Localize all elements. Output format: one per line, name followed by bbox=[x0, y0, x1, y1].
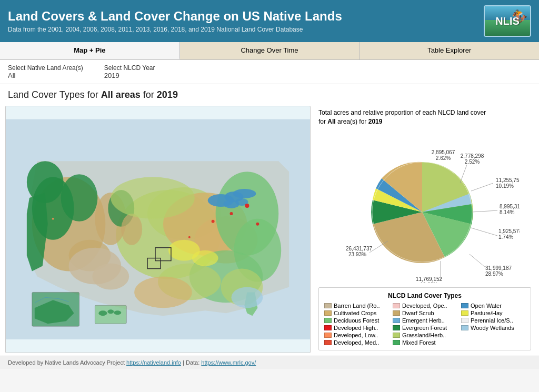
svg-text:1,925,578: 1,925,578 bbox=[498, 228, 520, 234]
app-header: Land Covers & Land Cover Change on US Na… bbox=[0, 0, 539, 42]
tab-map-pie[interactable]: Map + Pie bbox=[0, 42, 180, 59]
title-area: All areas bbox=[101, 89, 141, 100]
legend-item: Pasture/Hay bbox=[461, 310, 525, 316]
legend-item-label: Dwarf Scrub bbox=[402, 310, 434, 316]
legend-swatch bbox=[461, 318, 468, 323]
legend-item-label: Grassland/Herb.. bbox=[402, 332, 446, 338]
legend-item: Cultivated Crops bbox=[324, 310, 388, 316]
app-title: Land Covers & Land Cover Change on US Na… bbox=[8, 9, 342, 24]
legend-item-label: Woody Wetlands bbox=[471, 325, 514, 331]
chart-description: Total acres and relative proportion of e… bbox=[318, 108, 531, 126]
legend-item: Perennial Ice/S.. bbox=[461, 317, 525, 324]
legend-item-label: Developed, Low.. bbox=[334, 332, 378, 338]
svg-line-62 bbox=[460, 165, 467, 183]
svg-text:2.52%: 2.52% bbox=[465, 159, 480, 165]
nlis-logo: 🏇 NLIS bbox=[484, 5, 531, 37]
section-title: Land Cover Types for All areas for 2019 bbox=[0, 84, 539, 103]
legend-item-label: Developed, Med.. bbox=[334, 339, 379, 346]
legend-item bbox=[461, 339, 525, 346]
legend-item: Barren Land (Ro.. bbox=[324, 303, 388, 309]
legend-swatch bbox=[324, 310, 332, 316]
legend-swatch bbox=[324, 303, 332, 308]
pie-chart-container: 2,778,298 2.52% 2,895,067 2.62% 11,255,7… bbox=[330, 130, 520, 283]
svg-line-65 bbox=[471, 228, 497, 236]
svg-point-35 bbox=[27, 161, 64, 203]
legend-item: Developed, Ope.. bbox=[393, 303, 457, 309]
svg-point-22 bbox=[121, 214, 142, 245]
svg-text:2.62%: 2.62% bbox=[436, 155, 451, 161]
svg-text:10.19%: 10.19% bbox=[496, 183, 514, 189]
legend-swatch bbox=[324, 325, 332, 330]
svg-line-66 bbox=[470, 254, 485, 267]
svg-point-17 bbox=[233, 189, 256, 198]
svg-point-31 bbox=[188, 236, 191, 238]
legend-item-label: Barren Land (Ro.. bbox=[334, 303, 380, 309]
legend-item-label: Cultivated Crops bbox=[334, 310, 376, 316]
svg-text:28.97%: 28.97% bbox=[485, 271, 503, 277]
main-content: Total acres and relative proportion of e… bbox=[0, 103, 539, 356]
logo-text: NLIS bbox=[495, 15, 520, 27]
area-label: Select Native Land Area(s) bbox=[8, 64, 83, 72]
legend-swatch bbox=[461, 310, 468, 316]
legend-item-label: Perennial Ice/S.. bbox=[471, 317, 513, 324]
app-subtitle: Data from the 2001, 2004, 2006, 2008, 20… bbox=[8, 26, 342, 33]
pie-chart-svg: 2,778,298 2.52% 2,895,067 2.62% 11,255,7… bbox=[330, 130, 520, 283]
legend-item: Open Water bbox=[461, 303, 525, 309]
svg-point-41 bbox=[107, 309, 114, 314]
header-title-block: Land Covers & Land Cover Change on US Na… bbox=[8, 9, 342, 33]
svg-point-40 bbox=[98, 310, 107, 316]
legend-swatch bbox=[393, 310, 400, 316]
legend-swatch bbox=[393, 325, 400, 330]
legend-swatch bbox=[393, 303, 400, 308]
legend-item bbox=[461, 332, 525, 338]
legend-swatch bbox=[461, 325, 468, 330]
footer-link2[interactable]: https://www.mrlc.gov/ bbox=[201, 359, 256, 366]
legend-swatch bbox=[324, 340, 332, 345]
svg-point-42 bbox=[114, 310, 121, 315]
svg-point-32 bbox=[52, 218, 54, 220]
legend-item-label: Emergent Herb.. bbox=[402, 317, 445, 324]
area-value: All bbox=[8, 72, 83, 79]
legend-item: Developed, Low.. bbox=[324, 332, 388, 338]
legend-item: Grassland/Herb.. bbox=[393, 332, 457, 338]
svg-text:1.74%: 1.74% bbox=[498, 234, 513, 240]
title-year: 2019 bbox=[157, 89, 178, 100]
svg-point-29 bbox=[212, 220, 215, 223]
svg-point-23 bbox=[111, 177, 194, 219]
controls-bar: Select Native Land Area(s) All Select NL… bbox=[0, 60, 539, 84]
svg-text:11,769,152: 11,769,152 bbox=[416, 276, 442, 282]
legend-item: Developed High.. bbox=[324, 325, 388, 331]
legend-item-label: Pasture/Hay bbox=[471, 310, 503, 316]
year-control: Select NLCD Year 2019 bbox=[104, 64, 155, 79]
tab-table-explorer[interactable]: Table Explorer bbox=[360, 42, 539, 59]
legend-item-label: Open Water bbox=[471, 303, 502, 309]
legend-item-label: Deciduous Forest bbox=[334, 317, 379, 324]
year-label: Select NLCD Year bbox=[104, 64, 155, 72]
legend-item-label: Evergreen Forest bbox=[402, 325, 447, 331]
us-map-svg bbox=[6, 106, 310, 353]
tab-change-over-time[interactable]: Change Over Time bbox=[180, 42, 360, 59]
svg-point-25 bbox=[92, 264, 129, 290]
legend-swatch bbox=[324, 318, 332, 323]
svg-point-28 bbox=[230, 212, 233, 215]
legend-item: Mixed Forest bbox=[393, 339, 457, 346]
svg-text:23.93%: 23.93% bbox=[348, 252, 366, 257]
legend-grid: Barren Land (Ro..Developed, Ope..Open Wa… bbox=[324, 303, 525, 346]
svg-text:8.14%: 8.14% bbox=[500, 209, 514, 215]
legend-item-label: Developed High.. bbox=[334, 325, 378, 331]
chart-year: 2019 bbox=[368, 118, 383, 125]
legend-item: Evergreen Forest bbox=[393, 325, 457, 331]
map-panel bbox=[5, 106, 311, 353]
legend-item: Developed, Med.. bbox=[324, 339, 388, 346]
svg-text:26,431,737: 26,431,737 bbox=[346, 246, 372, 252]
svg-text:10.66%: 10.66% bbox=[420, 282, 438, 283]
svg-text:11,255,756: 11,255,756 bbox=[496, 177, 520, 183]
footer-link1[interactable]: https://nativeland.info bbox=[126, 359, 181, 366]
svg-point-27 bbox=[245, 204, 249, 208]
svg-text:31,999,187: 31,999,187 bbox=[485, 265, 512, 271]
title-prefix: Land Cover Types for bbox=[8, 89, 101, 100]
svg-point-3 bbox=[61, 174, 98, 222]
svg-line-63 bbox=[471, 183, 493, 191]
legend-swatch bbox=[461, 303, 468, 308]
svg-point-34 bbox=[192, 250, 218, 266]
